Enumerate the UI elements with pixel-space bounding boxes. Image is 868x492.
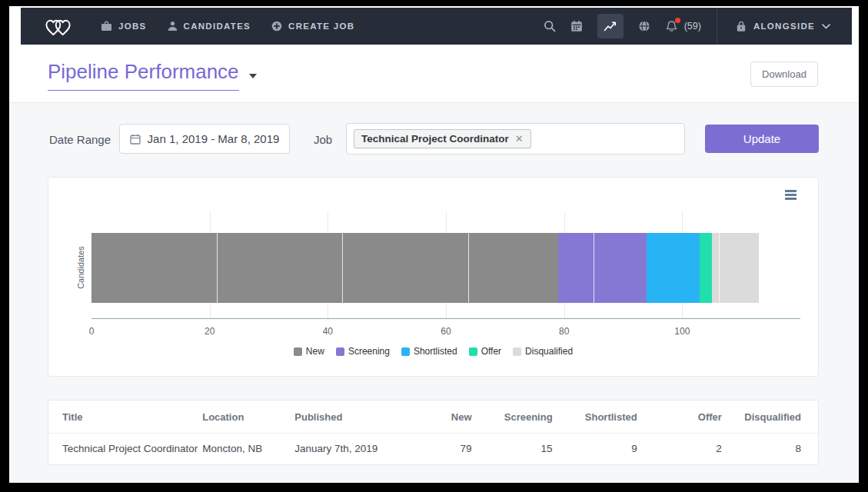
legend-swatch — [336, 347, 344, 356]
nav-item-create-job[interactable]: CREATE JOB — [271, 21, 354, 32]
date-range-value: Jan 1, 2019 - Mar 8, 2019 — [148, 132, 280, 145]
legend-label: New — [306, 346, 324, 357]
column-header-screening: Screening — [472, 401, 553, 434]
page-title: Pipeline Performance — [48, 60, 239, 91]
top-navbar: JOBS CANDIDATES CREATE JOB — [21, 8, 852, 45]
x-tick-label: 60 — [441, 326, 451, 337]
legend-swatch — [294, 347, 302, 356]
calendar-icon[interactable] — [570, 20, 583, 32]
page-title-dropdown[interactable]: Pipeline Performance — [48, 60, 257, 91]
notifications-bell-icon[interactable] — [665, 20, 678, 33]
hearts-logo-icon — [44, 15, 72, 38]
legend-swatch — [469, 347, 477, 356]
person-icon — [168, 21, 178, 32]
x-tick-label: 80 — [559, 326, 569, 337]
date-range-label: Date Range — [49, 133, 111, 146]
legend-item-offer[interactable]: Offer — [469, 346, 501, 357]
gridline-overlay — [719, 233, 720, 303]
nav-item-label: CREATE JOB — [288, 22, 354, 31]
column-header-offer: Offer — [637, 401, 722, 434]
job-chip: Technical Project Coordinator ✕ — [354, 129, 531, 148]
gridline-overlay — [217, 233, 218, 303]
nav-item-label: JOBS — [118, 22, 147, 31]
nav-right-group: (59) ALONGSIDE — [544, 8, 852, 45]
table-cell: 15 — [472, 434, 553, 465]
y-axis-label: Candidates — [76, 246, 85, 289]
x-tick-label: 100 — [674, 326, 690, 337]
nav-left-group: JOBS CANDIDATES CREATE JOB — [21, 15, 354, 38]
organization-bag-icon — [736, 21, 747, 32]
account-menu[interactable]: ALONGSIDE — [717, 8, 852, 45]
legend-item-shortlisted[interactable]: Shortlisted — [401, 346, 457, 357]
bar-segment-new — [91, 233, 558, 303]
table-cell: Moncton, NB — [202, 434, 294, 465]
bar-segment-offer — [700, 233, 711, 303]
table-cell: January 7th, 2019 — [294, 434, 394, 465]
bar-segment-shortlisted — [647, 233, 700, 303]
column-header-location: Location — [202, 401, 294, 434]
legend-item-screening[interactable]: Screening — [336, 346, 390, 357]
update-button[interactable]: Update — [705, 125, 819, 153]
app-page: JOBS CANDIDATES CREATE JOB — [9, 6, 859, 483]
gridline-overlay — [468, 233, 469, 303]
nav-item-label: CANDIDATES — [184, 22, 251, 31]
column-header-title: Title — [48, 401, 202, 434]
globe-icon[interactable] — [638, 20, 650, 32]
x-tick-label: 20 — [205, 326, 215, 337]
nav-item-jobs[interactable]: JOBS — [101, 21, 147, 32]
briefcase-icon — [101, 21, 112, 32]
calendar-small-icon — [130, 134, 141, 145]
column-header-published: Published — [294, 401, 394, 434]
gridline-overlay — [594, 233, 594, 303]
gridline-overlay — [342, 233, 343, 303]
account-name: ALONGSIDE — [753, 22, 815, 31]
table-cell: 2 — [637, 434, 722, 465]
chip-remove-icon[interactable]: ✕ — [515, 133, 524, 145]
alongside-logo[interactable] — [44, 15, 72, 38]
chart-context-menu-icon[interactable] — [785, 190, 796, 200]
legend-item-new[interactable]: New — [294, 346, 324, 357]
stacked-bar — [91, 233, 800, 303]
job-select-input[interactable]: Technical Project Coordinator ✕ — [346, 123, 685, 155]
table-header-row: TitleLocationPublishedNewScreeningShortl… — [48, 401, 818, 434]
notification-count[interactable]: (59) — [684, 21, 701, 32]
bar-segment-screening — [558, 233, 647, 303]
legend-label: Screening — [348, 346, 390, 357]
legend-swatch — [513, 347, 521, 356]
analytics-icon[interactable] — [597, 14, 624, 38]
chevron-down-icon — [822, 24, 830, 29]
legend-label: Disqualified — [525, 346, 573, 357]
table-cell: 9 — [553, 434, 637, 465]
plot-area — [91, 212, 800, 319]
screenshot-frame: JOBS CANDIDATES CREATE JOB — [0, 0, 868, 492]
job-label: Job — [314, 133, 332, 146]
table-cell: Technical Project Coordinator — [48, 434, 202, 465]
x-tick-label: 0 — [89, 326, 95, 337]
legend-label: Offer — [481, 346, 501, 357]
results-table: TitleLocationPublishedNewScreeningShortl… — [48, 401, 818, 464]
pipeline-chart-card: Candidates 020406080100 NewScreeningShor… — [48, 177, 819, 377]
table-cell: 79 — [394, 434, 471, 465]
x-axis-ticks: 020406080100 — [91, 326, 800, 338]
search-icon[interactable] — [544, 20, 556, 32]
column-header-disqualified: Disqualified — [722, 401, 818, 434]
notification-badge-dot — [675, 18, 680, 23]
column-header-new: New — [394, 401, 471, 434]
download-button[interactable]: Download — [750, 62, 818, 87]
column-header-shortlisted: Shortlisted — [553, 401, 637, 434]
job-chip-label: Technical Project Coordinator — [361, 133, 509, 145]
legend-swatch — [401, 347, 410, 356]
table-body: Technical Project CoordinatorMoncton, NB… — [48, 434, 818, 465]
legend-label: Shortlisted — [414, 346, 457, 357]
chart-legend: NewScreeningShortlistedOfferDisqualified — [48, 346, 818, 357]
table-cell: 8 — [722, 434, 818, 465]
date-range-input[interactable]: Jan 1, 2019 - Mar 8, 2019 — [119, 124, 290, 154]
legend-item-disqualified[interactable]: Disqualified — [513, 346, 573, 357]
plus-circle-icon — [271, 21, 282, 32]
nav-icon-group: (59) — [544, 14, 717, 38]
title-caret-icon — [249, 74, 257, 78]
nav-item-candidates[interactable]: CANDIDATES — [168, 21, 251, 32]
results-table-card: TitleLocationPublishedNewScreeningShortl… — [48, 400, 819, 465]
table-row: Technical Project CoordinatorMoncton, NB… — [48, 434, 818, 465]
x-tick-label: 40 — [323, 326, 333, 337]
